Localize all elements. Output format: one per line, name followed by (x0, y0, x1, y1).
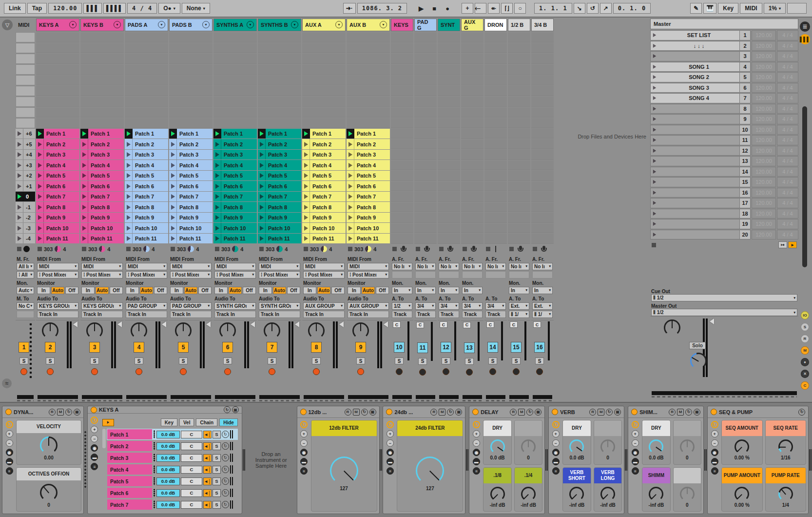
clip-launch-button[interactable] (125, 213, 133, 223)
list-icon[interactable]: ≡ (387, 467, 394, 475)
empty-clip-slot[interactable] (438, 202, 460, 213)
track-box[interactable]: Track (392, 311, 412, 318)
clip-slot[interactable]: +1 (16, 181, 35, 191)
clip-launch-button[interactable] (302, 129, 310, 139)
clip-launch-button[interactable] (16, 150, 23, 160)
clip-slot[interactable]: +2 (16, 171, 35, 181)
chevron-down-icon[interactable]: ▼ (158, 21, 165, 28)
clip-slot[interactable]: Patch 5 (36, 171, 79, 181)
empty-clip-slot[interactable] (508, 86, 530, 96)
midi-channel-select[interactable]: ⁞ Post Mixeı▾ (81, 271, 123, 278)
track-box[interactable]: Track (462, 311, 483, 318)
empty-clip-slot[interactable] (414, 54, 437, 64)
track-in-box[interactable]: Track In (259, 311, 300, 318)
device-activator-led[interactable] (552, 409, 558, 415)
power-icon[interactable]: ↻ (300, 421, 308, 428)
empty-clip-slot[interactable] (414, 150, 437, 160)
macro-remove-icon[interactable]: − (6, 439, 13, 447)
chain-pan[interactable]: C (181, 477, 202, 485)
clip-launch-button[interactable] (80, 150, 88, 160)
scene-signature[interactable]: 4 / 4 (777, 188, 798, 198)
macro-add-icon[interactable]: + (552, 430, 560, 437)
output-chooser[interactable] (215, 395, 255, 399)
chain-pan[interactable]: C (181, 442, 202, 450)
pan-knob[interactable] (131, 322, 147, 339)
empty-clip-slot[interactable] (258, 64, 301, 75)
scene-signature[interactable]: 4 / 4 (777, 41, 798, 51)
clip-launch-button[interactable] (302, 150, 310, 160)
clip-slot[interactable]: Patch 9 (213, 213, 257, 223)
clip-stop-button[interactable] (509, 247, 514, 251)
power-icon[interactable]: ↻ (91, 417, 98, 424)
empty-clip-slot[interactable] (347, 97, 390, 107)
chain-solo-button[interactable]: S (213, 501, 221, 509)
scene-launch[interactable] (650, 230, 740, 240)
metronome-button[interactable]: O●▾ (158, 3, 180, 14)
empty-clip-slot[interactable] (508, 75, 530, 85)
clip-slot[interactable]: Patch 3 (169, 150, 213, 160)
empty-clip-slot[interactable] (414, 234, 437, 244)
empty-clip-slot[interactable] (508, 139, 530, 149)
clip-slot[interactable]: Patch 3 (302, 150, 346, 160)
empty-clip-slot[interactable] (391, 160, 413, 171)
clip-launch-button[interactable] (302, 160, 310, 170)
device-activator-led[interactable] (386, 409, 392, 415)
clip-slot[interactable]: Patch 7 (169, 192, 213, 202)
device-activator-led[interactable] (91, 407, 97, 413)
scene-signature[interactable]: 4 / 4 (777, 167, 798, 177)
crossfade-assign-button[interactable]: C (416, 322, 424, 328)
scene-signature[interactable]: 4 / 4 (777, 83, 798, 93)
empty-clip-slot[interactable] (484, 171, 507, 181)
empty-clip-slot[interactable] (438, 86, 460, 96)
power-icon[interactable]: ↻ (387, 421, 394, 428)
save-icon[interactable]: ▣ (694, 409, 700, 416)
audio-to-select[interactable]: 1/2▾ (392, 302, 412, 310)
macro-knob[interactable] (569, 439, 584, 454)
scene-launch[interactable] (650, 135, 740, 145)
empty-clip-slot[interactable] (531, 234, 554, 244)
empty-clip-slot[interactable] (125, 75, 168, 85)
midi-from-select[interactable]: All Iı▾ (17, 263, 34, 270)
toggle-c[interactable]: C (801, 381, 809, 390)
empty-clip-slot[interactable] (531, 118, 554, 128)
pan-knob[interactable] (175, 322, 192, 339)
empty-clip-slot[interactable] (531, 202, 554, 213)
clip-slot[interactable]: Patch 3 (213, 150, 257, 160)
clip-slot[interactable]: Patch 3 (125, 150, 168, 160)
chain-volume[interactable]: 0.0 dB (156, 442, 180, 450)
empty-clip-slot[interactable] (508, 234, 530, 244)
device-activator-led[interactable] (472, 409, 479, 415)
empty-clip-slot[interactable] (461, 192, 483, 202)
empty-clip-slot[interactable] (531, 192, 554, 202)
empty-clip-slot[interactable] (391, 64, 413, 75)
monitor-select[interactable]: In▾ (509, 287, 529, 294)
empty-clip-slot[interactable] (438, 64, 460, 75)
solo-button[interactable]: S (488, 358, 497, 364)
track-header[interactable]: PAD G (414, 19, 437, 31)
scene-launch[interactable] (650, 167, 740, 177)
monitor-in-button[interactable]: In (37, 287, 50, 294)
empty-clip-slot[interactable] (213, 97, 257, 107)
vertical-scrollbar[interactable] (802, 106, 807, 267)
scene-signature[interactable]: 4 / 4 (777, 177, 798, 187)
clip-slot[interactable]: Patch 9 (258, 213, 301, 223)
macro-add-icon[interactable]: + (711, 430, 718, 437)
audio-from-select[interactable]: No Iı▾ (532, 263, 553, 270)
empty-clip-slot[interactable] (414, 139, 437, 150)
audio-from-select[interactable]: No Iı▾ (392, 263, 412, 270)
clip-slot[interactable]: Patch 10 (125, 223, 168, 233)
empty-clip-slot[interactable] (461, 223, 483, 234)
audio-to-select[interactable]: Ext.▾ (509, 302, 529, 310)
clip-slot[interactable]: Patch 10 (36, 223, 79, 233)
clip-slot[interactable]: Patch 11 (302, 234, 346, 244)
empty-clip-slot[interactable] (438, 129, 460, 139)
arrangement-position-field[interactable]: 1086. 3. 2 (357, 3, 407, 14)
hotswap-icon[interactable]: ↻ (222, 466, 229, 473)
empty-clip-slot[interactable] (484, 150, 507, 160)
empty-clip-slot[interactable] (508, 129, 530, 139)
solo-button[interactable]: S (268, 358, 276, 364)
empty-clip-slot[interactable] (508, 107, 530, 118)
macro-knob[interactable] (521, 487, 536, 501)
empty-clip-slot[interactable] (484, 97, 507, 107)
chain-row[interactable]: Patch 60.0 dBC◄│S↻ (107, 487, 238, 498)
